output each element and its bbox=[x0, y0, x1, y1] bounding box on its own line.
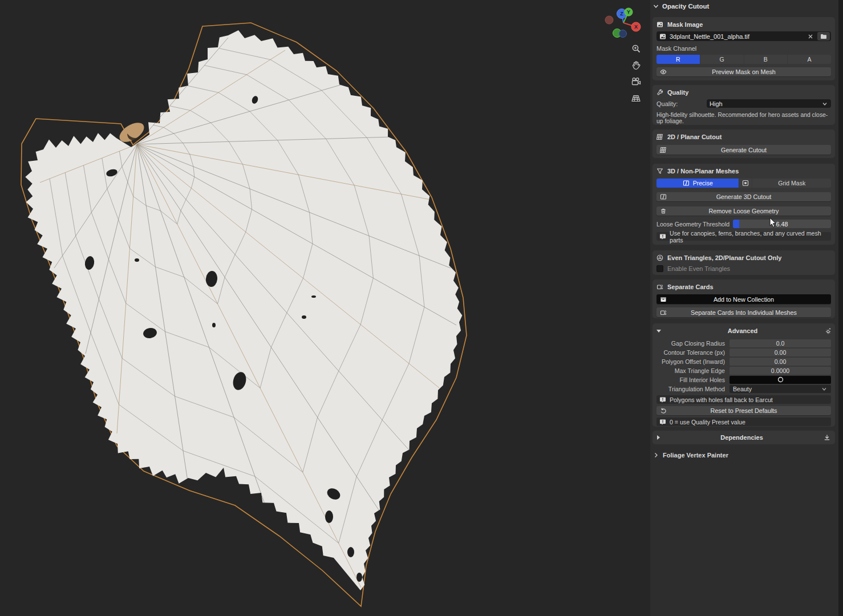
camera-icon bbox=[631, 77, 641, 86]
foliage-vertex-painter-header[interactable]: Foliage Vertex Painter bbox=[652, 450, 835, 460]
magnifier-icon bbox=[631, 44, 641, 54]
triangulation-dropdown[interactable]: Beauty bbox=[729, 385, 831, 393]
polygon-offset-row: Polygon Offset (Inward) 0.00 bbox=[656, 357, 831, 366]
undo-icon bbox=[660, 407, 667, 414]
threshold-value: 6.48 bbox=[733, 220, 831, 228]
even-triangles-header: Even Triangles, 2D/Planar Cutout Only bbox=[667, 254, 782, 261]
panel-title: Opacity Cutout bbox=[662, 3, 709, 10]
threshold-slider[interactable]: 6.48 bbox=[733, 220, 831, 228]
viewport-toolbar bbox=[627, 42, 645, 104]
grid-2d-icon bbox=[660, 147, 667, 153]
enable-even-triangles-checkbox[interactable] bbox=[656, 265, 663, 272]
channel-a-button[interactable]: A bbox=[788, 55, 831, 64]
mask-image-filename: 3dplant_Nettle_001_alpha.tif bbox=[670, 33, 804, 40]
reset-defaults-button[interactable]: Reset to Preset Defaults bbox=[656, 406, 831, 415]
grid-perspective-icon bbox=[631, 94, 641, 103]
dependencies-header: Dependencies bbox=[660, 434, 824, 441]
camera-view-button[interactable] bbox=[629, 75, 643, 88]
info-icon bbox=[659, 233, 666, 240]
grid-view-button[interactable] bbox=[629, 92, 643, 104]
chevron-down-icon bbox=[652, 3, 659, 10]
contour-tolerance-row: Contour Tolerance (px) 0.00 bbox=[656, 348, 831, 356]
zoom-tool-button[interactable] bbox=[629, 42, 643, 55]
separate-cards-icon bbox=[656, 283, 663, 290]
mask-image-header: Mask Image bbox=[667, 21, 703, 28]
threshold-label: Loose Geometry Threshold bbox=[656, 221, 729, 228]
generate-cutout-button[interactable]: Generate Cutout bbox=[656, 145, 831, 155]
planar-header: 2D / Planar Cutout bbox=[667, 133, 722, 140]
max-triangle-edge-field[interactable]: 0.0000 bbox=[729, 367, 831, 375]
nonplanar-section: 3D / Non-Planar Meshes Precise Grid Mask… bbox=[652, 164, 835, 245]
close-icon[interactable] bbox=[807, 33, 814, 40]
info-icon bbox=[659, 419, 666, 425]
gap-closing-radius-field[interactable]: 0.0 bbox=[729, 339, 831, 347]
info-icon bbox=[659, 396, 666, 403]
trash-icon bbox=[660, 208, 667, 214]
browse-file-button[interactable] bbox=[817, 32, 830, 40]
grid-mask-icon-button[interactable] bbox=[739, 179, 752, 188]
gizmo-axis-neg[interactable] bbox=[619, 30, 627, 38]
download-icon[interactable] bbox=[824, 434, 830, 441]
viewport-3d[interactable]: ZYX bbox=[0, 0, 650, 616]
grid-2d-icon bbox=[656, 133, 663, 140]
wrench-icon bbox=[656, 89, 663, 96]
separate-cards-header: Separate Cards bbox=[667, 283, 714, 290]
quality-section: Quality Quality: High High-fidelity silh… bbox=[652, 85, 835, 125]
precise-mode-button[interactable]: Precise bbox=[656, 179, 739, 188]
mask-image-section: Mask Image 3dplant_Nettle_001_alpha.tif … bbox=[652, 17, 835, 80]
polygon-offset-field[interactable]: 0.00 bbox=[729, 358, 831, 366]
advanced-section: Advanced Gap Closing Radius 0.0 Contour … bbox=[652, 323, 835, 427]
card-icon bbox=[683, 180, 690, 187]
panel-header-opacity-cutout[interactable]: Opacity Cutout bbox=[652, 3, 709, 10]
preview-mask-button[interactable]: Preview Mask on Mesh bbox=[656, 67, 831, 76]
separate-cards-button[interactable]: Separate Cards Into Individual Meshes bbox=[656, 307, 831, 317]
image-icon bbox=[659, 33, 666, 40]
channel-b-button[interactable]: B bbox=[744, 55, 788, 64]
advanced-header: Advanced bbox=[661, 327, 824, 334]
max-triangle-edge-row: Max Triangle Edge 0.0000 bbox=[656, 366, 831, 375]
nonplanar-header: 3D / Non-Planar Meshes bbox=[667, 168, 739, 175]
dependencies-section[interactable]: Dependencies bbox=[652, 431, 835, 444]
grid-mask-mode-button[interactable]: Grid Mask bbox=[752, 179, 831, 188]
fill-interior-holes-row: Fill Interior Holes bbox=[656, 375, 831, 384]
grid-mask-icon bbox=[742, 180, 749, 187]
planar-cutout-section: 2D / Planar Cutout Generate Cutout bbox=[652, 129, 835, 158]
hand-icon bbox=[631, 60, 641, 70]
collapse-triangle-icon bbox=[656, 330, 661, 333]
svg-text:Y: Y bbox=[627, 9, 630, 15]
fill-interior-holes-toggle[interactable] bbox=[729, 376, 831, 384]
add-to-collection-button[interactable]: Add to New Collection bbox=[656, 294, 831, 304]
gizmo-axis-neg[interactable] bbox=[605, 16, 613, 24]
quality-dropdown[interactable]: High bbox=[707, 99, 831, 108]
sidebar-panel: Opacity Cutout Mask Image 3dplant_Nettle… bbox=[650, 0, 838, 616]
separate-cards-section: Separate Cards Add to New Collection Sep… bbox=[652, 279, 835, 318]
contour-tolerance-field[interactable]: 0.00 bbox=[729, 348, 831, 356]
navigation-gizmo[interactable]: ZYX bbox=[600, 0, 650, 44]
triangulation-method-row: Triangulation Method Beauty bbox=[656, 384, 831, 394]
panel-scrollbar[interactable] bbox=[838, 0, 843, 616]
radio-circle-icon bbox=[777, 376, 784, 383]
even-triangles-icon bbox=[656, 254, 663, 261]
gear-icon[interactable] bbox=[824, 327, 831, 334]
chevron-right-icon bbox=[652, 452, 659, 459]
folder-icon bbox=[820, 33, 827, 40]
funnel-icon bbox=[656, 168, 663, 175]
eye-icon bbox=[660, 68, 667, 75]
mask-image-field[interactable]: 3dplant_Nettle_001_alpha.tif bbox=[656, 31, 831, 41]
channel-g-button[interactable]: G bbox=[700, 55, 744, 64]
cutout-mode-segmented: Precise Grid Mask bbox=[656, 179, 831, 188]
even-triangles-section: Even Triangles, 2D/Planar Cutout Only En… bbox=[652, 250, 835, 275]
chevron-down-icon bbox=[821, 100, 828, 107]
chevron-down-icon bbox=[821, 386, 828, 392]
advanced-header-row[interactable]: Advanced bbox=[656, 326, 831, 336]
generate-3d-cutout-button[interactable]: Generate 3D Cutout bbox=[656, 192, 831, 201]
remove-loose-geometry-button[interactable]: Remove Loose Geometry bbox=[656, 206, 831, 216]
separate-cards-icon bbox=[660, 309, 667, 316]
advanced-hint-2: 0 = use Quality Preset value bbox=[656, 418, 831, 426]
nonplanar-hint: Use for canopies, ferns, branches, and a… bbox=[656, 232, 831, 241]
channel-r-button[interactable]: R bbox=[656, 55, 700, 64]
leaf-mesh bbox=[0, 0, 650, 616]
image-icon bbox=[656, 21, 663, 28]
mask-channel-segmented: R G B A bbox=[656, 55, 831, 64]
pan-tool-button[interactable] bbox=[629, 59, 643, 71]
